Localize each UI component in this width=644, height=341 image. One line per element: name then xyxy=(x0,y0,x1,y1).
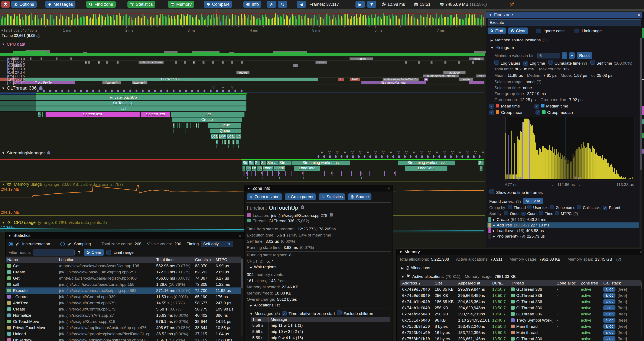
timeline-zone[interactable]: ScreenText xyxy=(141,112,170,117)
frame-bar[interactable] xyxy=(324,17,326,25)
frame-bar[interactable] xyxy=(158,15,158,25)
collapsed-marker[interactable]: ▽ xyxy=(428,150,431,154)
power-button[interactable] xyxy=(1,1,10,8)
frame-bar[interactable] xyxy=(40,20,40,25)
frame-bar[interactable] xyxy=(359,17,360,25)
scrollbar-thumb[interactable] xyxy=(241,258,243,288)
statistics-row[interactable]: call jni/../jni/../../../src/claw/base/L… xyxy=(6,281,240,287)
frame-bar[interactable] xyxy=(236,20,238,25)
sampling-radio[interactable] xyxy=(60,242,65,246)
frame-bar[interactable] xyxy=(153,18,154,25)
frame-bar[interactable] xyxy=(406,18,408,25)
message-dot[interactable] xyxy=(340,155,342,158)
frame-bar[interactable] xyxy=(235,15,236,25)
message-dot[interactable] xyxy=(179,90,181,92)
frame-bar[interactable] xyxy=(14,14,15,25)
frame-bar[interactable] xyxy=(480,19,480,25)
cpu-system-block[interactable]: audiose xyxy=(443,71,466,74)
message-dot[interactable] xyxy=(450,155,452,158)
message-dot[interactable] xyxy=(398,155,400,158)
wait-regions-toggle[interactable]: ▶Wait regions xyxy=(250,265,276,269)
frame-bar[interactable] xyxy=(66,16,67,25)
frame-bar[interactable] xyxy=(271,19,272,25)
timeline-zone[interactable]: St xyxy=(478,160,484,165)
message-dot[interactable] xyxy=(129,90,131,92)
frame-bar[interactable] xyxy=(466,14,467,25)
frame-bar[interactable] xyxy=(371,15,372,25)
frame-bar[interactable] xyxy=(99,14,100,25)
alloc-button[interactable]: alloc xyxy=(603,318,616,323)
frame-bar[interactable] xyxy=(330,20,332,25)
timeline-zone[interactable]: LoU xyxy=(252,166,256,171)
frame-bar[interactable] xyxy=(436,14,437,25)
statistics-row[interactable]: Normalize jni/../jni/src/claw/vfs/Vfs.cp… xyxy=(6,312,240,318)
scrollbar[interactable] xyxy=(640,37,642,251)
cpu-zone-block[interactable] xyxy=(469,81,484,84)
frame-bar[interactable] xyxy=(110,16,110,25)
statistics-titlebar[interactable]: ▼Statistics × xyxy=(6,232,244,239)
frame-bar[interactable] xyxy=(154,17,155,25)
frame-bar[interactable] xyxy=(275,14,276,25)
frame-bar[interactable] xyxy=(65,20,66,25)
cpu-system-block[interactable] xyxy=(444,61,446,64)
frame-bar[interactable] xyxy=(189,15,190,25)
frame-bar[interactable] xyxy=(316,16,316,25)
message-dot[interactable] xyxy=(166,90,168,92)
timeline-zone[interactable]: ( xyxy=(232,139,235,145)
timeline-zone[interactable]: LoU xyxy=(257,166,262,171)
frame-bar[interactable] xyxy=(446,17,446,25)
info-button[interactable]: Info xyxy=(243,1,261,8)
frame-bar[interactable] xyxy=(268,19,269,25)
message-dot[interactable] xyxy=(329,155,331,158)
frame-bar[interactable] xyxy=(170,18,170,25)
zoom-to-zone-button[interactable]: Zoom to zone xyxy=(247,193,282,200)
frame-bar[interactable] xyxy=(374,18,375,25)
frame-bar[interactable] xyxy=(195,17,196,25)
timeline-zone[interactable] xyxy=(198,123,199,128)
statistics-row[interactable]: Execute jni/../jni/src/claw/base/LuaScri… xyxy=(6,287,240,294)
timeline-zone[interactable]: LoU xyxy=(246,166,251,171)
allocation-row[interactable]: 0x74ab1be040 186.68 KB 294,645,364ns 13:… xyxy=(400,298,641,305)
scrollbar[interactable] xyxy=(240,258,243,336)
cpu-system-block[interactable] xyxy=(175,61,177,64)
frame-bar[interactable] xyxy=(76,18,76,25)
frame-bar[interactable] xyxy=(234,17,234,25)
frame-bar[interactable] xyxy=(258,18,258,25)
frame-bar[interactable] xyxy=(281,17,282,25)
options-button[interactable]: Options xyxy=(11,1,37,8)
statistics-row[interactable]: ~Control jni/../jni/src/guif/Control.cpp… xyxy=(6,294,240,300)
message-dot[interactable] xyxy=(318,155,320,158)
find-zone-histogram[interactable]: 1 μs 10 μs xyxy=(505,117,634,180)
message-dot[interactable] xyxy=(427,155,429,158)
timeline-zone[interactable]: |~ xyxy=(228,139,230,145)
frame-bar[interactable] xyxy=(159,18,160,25)
group-by-zonename[interactable] xyxy=(550,205,554,209)
message-dot[interactable] xyxy=(234,90,236,92)
message-dot[interactable] xyxy=(421,155,423,158)
frame-bar[interactable] xyxy=(402,15,403,25)
frame-bar[interactable] xyxy=(77,15,78,25)
frame-bar[interactable] xyxy=(104,20,105,25)
frame-bar[interactable] xyxy=(393,16,394,25)
frame-bar[interactable] xyxy=(417,19,418,25)
timeline-zone[interactable]: LU xyxy=(242,166,246,171)
timeline-zone[interactable]: Streaming worker task xyxy=(398,160,455,165)
timeline-zone[interactable] xyxy=(188,123,189,128)
frame-bar[interactable] xyxy=(114,20,115,25)
frame-bar[interactable] xyxy=(442,18,443,25)
cpu-system-block[interactable] xyxy=(430,61,432,64)
go-to-parent-button[interactable]: ↑Go to parent xyxy=(285,193,316,200)
frame-bar[interactable] xyxy=(87,17,88,25)
frame-bar[interactable] xyxy=(223,15,224,25)
compare-button[interactable]: Compare xyxy=(204,1,232,8)
cpu-system-block[interactable]: mi.t xyxy=(476,74,486,77)
allocation-row[interactable]: 0x7553b9fbf0 16 bytes 296,661,146ns 13:5… xyxy=(400,336,641,341)
frame-bar[interactable] xyxy=(304,17,304,25)
collapsed-marker[interactable]: ▽ xyxy=(367,150,369,154)
frame-bar[interactable] xyxy=(287,17,288,25)
close-icon[interactable]: × xyxy=(639,249,642,255)
timeline-zone[interactable]: LoaUp xyxy=(227,134,235,139)
frame-bar[interactable] xyxy=(95,14,96,25)
timeline-zone[interactable]: LoadDaU xyxy=(274,166,285,171)
frame-bar[interactable] xyxy=(332,20,333,25)
